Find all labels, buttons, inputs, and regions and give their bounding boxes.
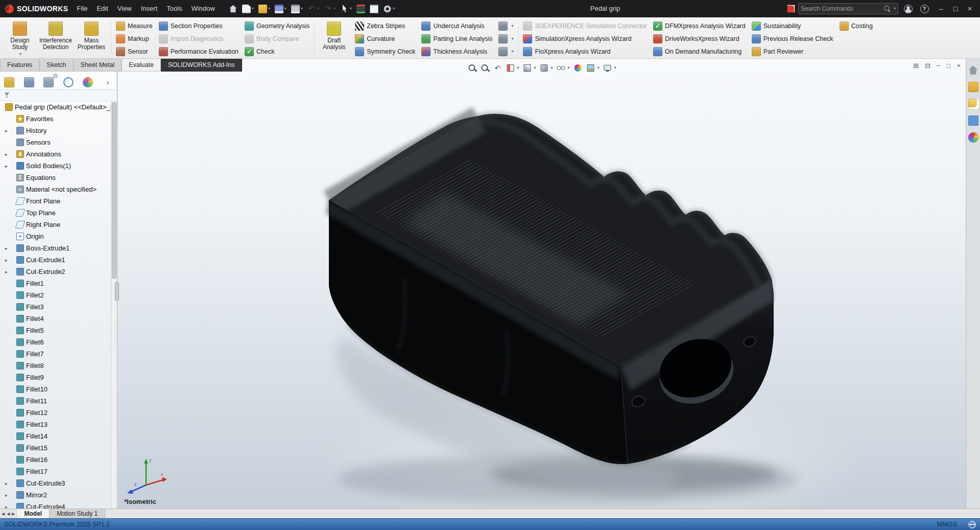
view-orientation-button[interactable]: ▾ — [521, 63, 537, 73]
design-study-button[interactable]: Design Study▾ — [2, 19, 38, 58]
tree-item-fillet7[interactable]: Fillet7 — [0, 348, 111, 360]
simulationxpress-analysis-wizard-button[interactable]: SimulationXpress Analysis Wizard — [520, 32, 650, 45]
new-window-icon[interactable]: ⊞ — [913, 62, 919, 70]
scroll-tabs-left-icon[interactable]: ◀ — [7, 512, 10, 516]
draft-analysis-button[interactable]: Draft Analysis — [316, 19, 352, 58]
graphics-canvas[interactable] — [118, 59, 966, 509]
open-folder-button[interactable]: ▾ — [256, 2, 272, 15]
expand-arrow-icon[interactable]: ▸ — [5, 493, 14, 498]
part-reviewer-button[interactable]: Part Reviewer — [749, 45, 836, 58]
tree-item-fillet11[interactable]: Fillet11 — [0, 395, 111, 407]
home-button[interactable] — [227, 2, 240, 15]
tree-item-top-plane[interactable]: Top Plane — [0, 207, 111, 219]
tree-item-root[interactable]: Pedal grip (Default) <<Default>_Di — [0, 101, 111, 113]
expand-arrow-icon[interactable]: ▸ — [5, 504, 14, 509]
propertymanager-tab-icon[interactable] — [24, 77, 34, 87]
zoom-to-area-button[interactable] — [479, 63, 490, 73]
menu-window[interactable]: Window — [187, 0, 220, 17]
tab-evaluate[interactable]: Evaluate — [122, 59, 161, 72]
on-demand-manufacturing-button[interactable]: On Demand Manufacturing — [650, 45, 749, 58]
search-box[interactable]: ▾ — [798, 3, 898, 14]
performance-evaluation-button[interactable]: Performance Evaluation — [156, 45, 242, 58]
tree-item-sensors[interactable]: Sensors — [0, 136, 111, 148]
dimxpertmanager-tab-icon[interactable] — [63, 77, 74, 87]
new-file-button[interactable]: ▾ — [240, 2, 256, 15]
featuremanager-tab-icon[interactable] — [4, 77, 14, 87]
analysis-tools-button[interactable]: ▾ — [495, 45, 516, 58]
deviation-analysis-button[interactable]: ▾ — [495, 19, 516, 32]
close-window-icon[interactable]: × — [963, 1, 977, 16]
rebuild-stoplight-button[interactable] — [354, 2, 367, 15]
tree-item-cut-extrude3[interactable]: ▸Cut-Extrude3 — [0, 477, 111, 489]
zebra-stripes-button[interactable]: Zebra Stripes — [352, 19, 418, 32]
tree-item-cut-extrude1[interactable]: ▸Cut-Extrude1 — [0, 254, 111, 266]
file-explorer-icon[interactable] — [968, 99, 978, 109]
tabs-overflow-icon[interactable]: › — [103, 77, 113, 87]
search-caret-icon[interactable]: ▾ — [894, 7, 896, 11]
mass-properties-button[interactable]: Mass Properties — [74, 19, 109, 58]
measure-button[interactable]: Measure — [113, 19, 156, 32]
tab-solidworks-add-ins[interactable]: SOLIDWORKS Add-Ins — [161, 59, 242, 72]
tree-item-fillet9[interactable]: Fillet9 — [0, 372, 111, 383]
units-selector[interactable]: MMGS — [937, 521, 957, 528]
tree-item-material-not-specified[interactable]: ≡Material <not specified> — [0, 183, 111, 195]
tree-item-fillet15[interactable]: Fillet15 — [0, 442, 111, 454]
tree-item-fillet4[interactable]: Fillet4 — [0, 313, 111, 325]
account-button[interactable] — [901, 2, 915, 15]
floxpress-analysis-wizard-button[interactable]: FloXpress Analysis Wizard — [520, 45, 650, 58]
minimize-doc-icon[interactable]: − — [937, 62, 941, 70]
tree-item-cut-extrude2[interactable]: ▸Cut-Extrude2 — [0, 266, 111, 278]
thickness-analysis-button[interactable]: Thickness Analysis — [418, 45, 495, 58]
expand-arrow-icon[interactable]: ▸ — [5, 164, 14, 169]
tree-item-solid-bodies-1[interactable]: ▸Solid Bodies(1) — [0, 160, 111, 172]
cascade-windows-icon[interactable]: ⊟ — [925, 62, 930, 70]
print-button[interactable]: ▾ — [289, 2, 305, 15]
options-gear-button[interactable]: ▾ — [381, 2, 397, 15]
view-settings-button[interactable]: ▾ — [602, 63, 617, 73]
interference-detection-button[interactable]: Interference Detection — [38, 19, 74, 58]
minimize-window-icon[interactable]: – — [934, 1, 948, 16]
section-view-button[interactable]: ▾ — [505, 63, 520, 73]
design-library-icon[interactable] — [968, 82, 978, 92]
tree-item-fillet14[interactable]: Fillet14 — [0, 430, 111, 442]
expand-arrow-icon[interactable]: ▸ — [5, 481, 14, 486]
tree-scrollbar-thumb[interactable] — [112, 102, 116, 279]
dfmxpress-analysis-wizard-button[interactable]: ✓DFMXpress Analysis Wizard — [650, 19, 749, 32]
tree-item-mirror2[interactable]: ▸Mirror2 — [0, 489, 111, 501]
tree-item-fillet17[interactable]: Fillet17 — [0, 466, 111, 477]
tree-item-fillet6[interactable]: Fillet6 — [0, 336, 111, 348]
web-help-icon[interactable] — [968, 521, 976, 528]
undercut-analysis-button[interactable]: Undercut Analysis — [418, 19, 495, 32]
appearances-scenes-icon[interactable] — [968, 132, 978, 143]
search-icon[interactable] — [884, 6, 891, 12]
scroll-tabs-start-icon[interactable]: ◀ — [2, 512, 5, 516]
sensor-button[interactable]: Sensor — [113, 45, 156, 58]
menu-edit[interactable]: Edit — [92, 0, 112, 17]
model-tab-motion-study-1[interactable]: Motion Study 1 — [50, 509, 105, 518]
panel-splitter-grip[interactable] — [115, 282, 119, 301]
expand-arrow-icon[interactable]: ▸ — [5, 269, 14, 274]
tree-item-equations[interactable]: ΣEquations — [0, 172, 111, 183]
graphics-area[interactable]: ▾▾▾▾▾▾ ⊞⊟−□× y x z *Isometric — [118, 59, 966, 509]
tab-sheet-metal[interactable]: Sheet Metal — [74, 59, 122, 72]
tree-item-history[interactable]: ▸History — [0, 125, 111, 136]
driveworksxpress-wizard-button[interactable]: DriveWorksXpress Wizard — [650, 32, 749, 45]
expand-arrow-icon[interactable]: ▸ — [5, 152, 14, 157]
tree-item-fillet16[interactable]: Fillet16 — [0, 454, 111, 466]
geometry-analysis-button[interactable]: Geometry Analysis — [242, 19, 313, 32]
tree-item-fillet5[interactable]: Fillet5 — [0, 325, 111, 336]
tree-item-boss-extrude1[interactable]: ▸Boss-Extrude1 — [0, 242, 111, 254]
tree-item-fillet12[interactable]: Fillet12 — [0, 407, 111, 419]
tree-item-fillet10[interactable]: Fillet10 — [0, 383, 111, 395]
restore-doc-icon[interactable]: □ — [947, 62, 951, 70]
costing-button[interactable]: Costing — [836, 19, 876, 32]
check-button[interactable]: ✓Check — [242, 45, 313, 58]
help-button[interactable]: ? — [918, 2, 931, 15]
menu-view[interactable]: View — [113, 0, 136, 17]
tree-item-cut-extrude4[interactable]: ▸Cut-Extrude4 — [0, 501, 111, 509]
tree-item-fillet3[interactable]: Fillet3 — [0, 301, 111, 313]
tree-filter-input[interactable] — [13, 91, 113, 99]
home-tab-icon[interactable] — [968, 65, 978, 75]
tab-sketch[interactable]: Sketch — [39, 59, 73, 72]
filter-funnel-icon[interactable] — [4, 93, 10, 99]
